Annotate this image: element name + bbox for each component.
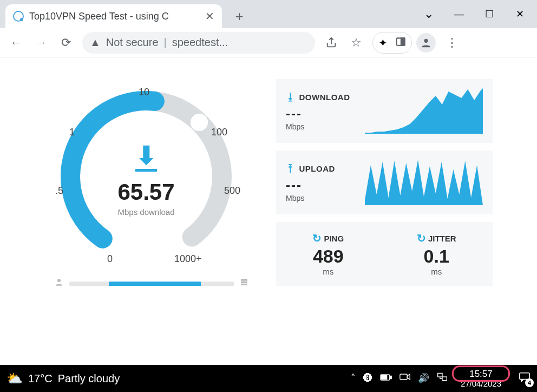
gauge-center: ⬇ 65.57 Mbps download (54, 143, 238, 217)
address-bar[interactable]: ▲ Not secure | speedtest... (82, 32, 315, 54)
svg-rect-14 (400, 374, 407, 380)
svg-rect-10 (241, 284, 247, 285)
download-sparkline (365, 88, 483, 134)
maximize-button[interactable]: ☐ (474, 3, 505, 25)
profile-button[interactable] (416, 33, 436, 53)
tray-chevron-icon[interactable]: ˄ (351, 373, 356, 384)
extensions-group: ✦ (372, 32, 412, 54)
jitter-value: 0.1 (417, 246, 456, 267)
gauge-tick-6: 1000+ (174, 253, 202, 265)
gauge-tick-3: 10 (139, 87, 149, 98)
ping-icon: ↻ (312, 232, 322, 245)
close-window-button[interactable]: ✕ (505, 3, 535, 25)
security-label: Not secure (106, 36, 159, 49)
tabs-dropdown-icon[interactable]: ⌄ (414, 3, 444, 25)
tray-volume-icon[interactable]: 🔊 (418, 373, 429, 384)
gauge-tick-2: 1 (69, 127, 75, 138)
back-button[interactable]: ← (4, 31, 28, 55)
gauge-tick-4: 100 (211, 127, 227, 138)
download-value: --- (286, 106, 356, 121)
weather-desc: Partly cloudy (58, 373, 120, 385)
tab-title: Top10VPN Speed Test - using C (29, 11, 201, 22)
new-tab-button[interactable]: + (228, 5, 250, 27)
ping-unit: ms (312, 267, 344, 276)
upload-sparkline (365, 160, 483, 205)
speed-gauge: ⬇ 65.57 Mbps download 0 .5 1 10 100 500 … (54, 79, 249, 290)
svg-rect-12 (390, 376, 392, 378)
upload-label: UPLOAD (299, 164, 335, 173)
weather-widget[interactable]: ⛅ 17°C Partly cloudy (6, 371, 120, 386)
close-tab-icon[interactable]: ✕ (205, 10, 214, 23)
server-icon (239, 277, 249, 290)
sidepanel-icon[interactable] (395, 36, 406, 49)
upload-unit: Mbps (286, 194, 356, 202)
upload-value: --- (286, 178, 356, 193)
share-button[interactable] (319, 31, 343, 55)
svg-point-6 (191, 114, 208, 131)
download-card: ⭳DOWNLOAD --- Mbps (276, 79, 493, 143)
svg-point-2 (424, 38, 428, 42)
ping-metric: ↻PING 489 ms (312, 232, 344, 276)
svg-rect-15 (438, 374, 442, 377)
url-text: speedtest... (172, 36, 228, 49)
extensions-icon[interactable]: ✦ (378, 36, 388, 49)
latency-card: ↻PING 489 ms ↻JITTER 0.1 ms (276, 222, 493, 286)
weather-temp: 17°C (28, 373, 53, 385)
bookmark-button[interactable]: ☆ (344, 31, 368, 55)
taskbar-clock[interactable]: 15:57 27/04/2023 (455, 368, 507, 390)
svg-rect-8 (241, 279, 247, 281)
reload-button[interactable]: ⟳ (54, 31, 78, 55)
jitter-unit: ms (417, 267, 456, 276)
favicon-icon (13, 11, 24, 22)
upload-card: ⭱UPLOAD --- Mbps (276, 151, 493, 214)
page-content: ⬇ 65.57 Mbps download 0 .5 1 10 100 500 … (0, 57, 537, 365)
svg-rect-9 (241, 282, 247, 284)
tray-battery-icon[interactable] (380, 373, 392, 384)
weather-icon: ⛅ (6, 371, 23, 386)
jitter-icon: ↻ (417, 232, 426, 245)
ping-value: 489 (312, 246, 344, 267)
client-icon (54, 277, 64, 290)
svg-rect-16 (442, 377, 447, 381)
menu-button[interactable]: ⋮ (440, 31, 464, 55)
download-label: DOWNLOAD (299, 93, 350, 102)
jitter-metric: ↻JITTER 0.1 ms (417, 232, 456, 276)
svg-point-7 (57, 279, 61, 282)
window-controls: ⌄ — ☐ ✕ (414, 0, 537, 28)
gauge-value: 65.57 (54, 179, 238, 205)
download-arrow-icon: ⬇ (54, 143, 238, 168)
annotation-highlight (452, 365, 510, 382)
ping-label: PING (324, 234, 344, 243)
gauge-tick-5: 500 (224, 185, 240, 197)
tray-network-icon[interactable] (437, 372, 448, 384)
forward-button[interactable]: → (29, 31, 53, 55)
download-unit: Mbps (286, 122, 356, 131)
progress-track (69, 282, 234, 286)
minimize-button[interactable]: — (444, 3, 474, 25)
svg-rect-1 (401, 38, 405, 45)
tray-language-icon[interactable]: 🅖 (363, 373, 372, 384)
download-icon: ⭳ (286, 92, 296, 103)
windows-taskbar: ⛅ 17°C Partly cloudy ˄ 🅖 🔊 15:57 27/04/2… (0, 365, 537, 392)
notifications-button[interactable]: 4 (519, 371, 531, 385)
browser-toolbar: ← → ⟳ ▲ Not secure | speedtest... ☆ ✦ ⋮ (0, 28, 537, 57)
notification-count: 4 (525, 378, 534, 387)
system-tray: ˄ 🅖 🔊 15:57 27/04/2023 4 (351, 368, 531, 390)
gauge-tick-1: .5 (55, 185, 63, 197)
gauge-tick-0: 0 (107, 253, 113, 265)
client-server-bar (54, 277, 249, 290)
tray-camera-icon[interactable] (400, 373, 410, 384)
not-secure-icon: ▲ (90, 36, 101, 49)
gauge-unit: Mbps download (54, 207, 238, 217)
upload-icon: ⭱ (286, 163, 296, 174)
svg-rect-13 (381, 376, 387, 380)
browser-tab[interactable]: Top10VPN Speed Test - using C ✕ (5, 4, 222, 28)
jitter-label: JITTER (428, 234, 456, 243)
window-titlebar: Top10VPN Speed Test - using C ✕ + ⌄ — ☐ … (0, 0, 537, 28)
